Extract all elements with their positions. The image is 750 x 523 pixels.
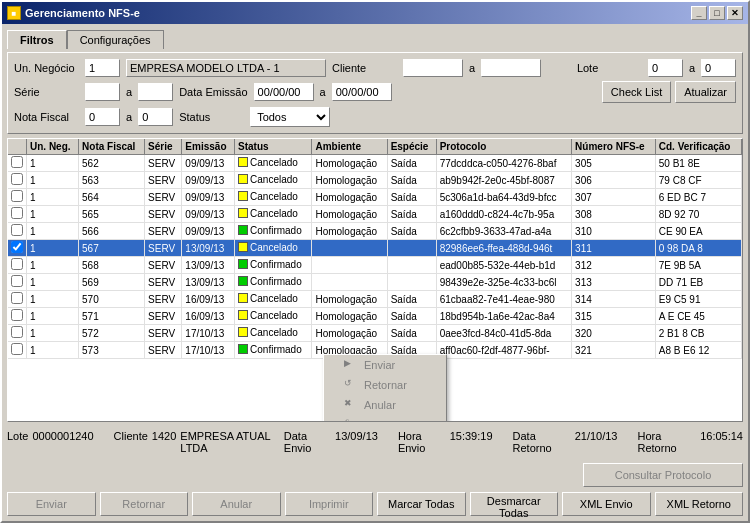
- close-button[interactable]: ✕: [727, 6, 743, 20]
- data-emissao-label: Data Emissão: [179, 86, 247, 98]
- row-checkbox-cell[interactable]: [8, 342, 27, 359]
- row-checkbox-cell[interactable]: [8, 240, 27, 257]
- table-row[interactable]: 1563SERV09/09/13CanceladoHomologaçãoSaíd…: [8, 172, 742, 189]
- row-cd_verificacao: 0 98 DA 8: [655, 240, 741, 257]
- empresa-input[interactable]: [126, 59, 326, 77]
- minimize-button[interactable]: _: [691, 6, 707, 20]
- row-status: Cancelado: [235, 308, 312, 325]
- row-cd_verificacao: A E CE 45: [655, 308, 741, 325]
- info-data-envio: Data Envio 13/09/13: [284, 430, 378, 454]
- row-protocolo: 18bd954b-1a6e-42ac-8a4: [436, 308, 571, 325]
- row-checkbox-cell[interactable]: [8, 291, 27, 308]
- row-un_neg: 1: [27, 172, 79, 189]
- lote-to-input[interactable]: [701, 59, 736, 77]
- table-row[interactable]: 1570SERV16/09/13CanceladoHomologaçãoSaíd…: [8, 291, 742, 308]
- checklist-button[interactable]: Check List: [602, 81, 671, 103]
- table-row[interactable]: 1565SERV09/09/13CanceladoHomologaçãoSaíd…: [8, 206, 742, 223]
- maximize-button[interactable]: □: [709, 6, 725, 20]
- info-hora-retorno-value: 16:05:14: [700, 430, 743, 454]
- row-emissao: 17/10/13: [182, 342, 235, 359]
- nota-fiscal-from-input[interactable]: [85, 108, 120, 126]
- row-checkbox[interactable]: [11, 343, 23, 355]
- tab-filtros[interactable]: Filtros: [7, 30, 67, 49]
- status-icon: [238, 276, 248, 286]
- row-checkbox[interactable]: [11, 292, 23, 304]
- anular-button[interactable]: Anular: [192, 492, 281, 516]
- row-checkbox[interactable]: [11, 173, 23, 185]
- serie-to-input[interactable]: [138, 83, 173, 101]
- table-row[interactable]: 1567SERV13/09/13Cancelado82986ee6-ffea-4…: [8, 240, 742, 257]
- row-especie: Saída: [387, 308, 436, 325]
- col-cd-verificacao: Cd. Verificação: [655, 139, 741, 155]
- context-anular[interactable]: ✖ Anular: [324, 395, 446, 415]
- row-checkbox-cell[interactable]: [8, 257, 27, 274]
- row-checkbox-cell[interactable]: [8, 223, 27, 240]
- info-bar-right: Data Envio 13/09/13 Hora Envio 15:39:19 …: [284, 428, 743, 456]
- row-checkbox[interactable]: [11, 326, 23, 338]
- tab-configuracoes[interactable]: Configurações: [67, 30, 164, 49]
- serie-from-input[interactable]: [85, 83, 120, 101]
- row-checkbox[interactable]: [11, 156, 23, 168]
- status-text: Confirmado: [250, 259, 302, 270]
- row-checkbox[interactable]: [11, 224, 23, 236]
- row-checkbox-cell[interactable]: [8, 155, 27, 172]
- row-checkbox-cell[interactable]: [8, 172, 27, 189]
- retornar-button[interactable]: Retornar: [100, 492, 189, 516]
- marcar-todas-button[interactable]: Marcar Todas: [377, 492, 466, 516]
- row-checkbox[interactable]: [11, 275, 23, 287]
- row-un_neg: 1: [27, 291, 79, 308]
- table-row[interactable]: 1569SERV13/09/13Confirmado98439e2e-325e-…: [8, 274, 742, 291]
- cliente-label: Cliente: [332, 62, 397, 74]
- row-numero_nfse: 321: [572, 342, 656, 359]
- table-row[interactable]: 1564SERV09/09/13CanceladoHomologaçãoSaíd…: [8, 189, 742, 206]
- row-checkbox-cell[interactable]: [8, 325, 27, 342]
- row-status: Cancelado: [235, 189, 312, 206]
- row-checkbox[interactable]: [11, 309, 23, 321]
- imprimir-button[interactable]: Imprimir: [285, 492, 374, 516]
- desmarcar-todas-button[interactable]: Desmarcar Todas: [470, 492, 559, 516]
- nota-fiscal-to-input[interactable]: [138, 108, 173, 126]
- data-emissao-to-input[interactable]: [332, 83, 392, 101]
- lote-from-input[interactable]: [648, 59, 683, 77]
- row-especie: [387, 240, 436, 257]
- row-protocolo: 5c306a1d-ba64-43d9-bfcc: [436, 189, 571, 206]
- status-select[interactable]: Todos Confirmado Cancelado: [250, 107, 330, 127]
- nota-fiscal-label: Nota Fiscal: [14, 111, 79, 123]
- table-row[interactable]: 1566SERV09/09/13ConfirmadoHomologaçãoSaí…: [8, 223, 742, 240]
- row-checkbox-cell[interactable]: [8, 189, 27, 206]
- row-checkbox-cell[interactable]: [8, 274, 27, 291]
- row-protocolo: 6c2cfbb9-3633-47ad-a4a: [436, 223, 571, 240]
- row-checkbox[interactable]: [11, 190, 23, 202]
- xml-envio-button[interactable]: XML Envio: [562, 492, 651, 516]
- table-row[interactable]: 1568SERV13/09/13Confirmadoead00b85-532e-…: [8, 257, 742, 274]
- row-protocolo: 0aee3fcd-84c0-41d5-8da: [436, 325, 571, 342]
- row-protocolo: ab9b942f-2e0c-45bf-8087: [436, 172, 571, 189]
- row-checkbox[interactable]: [11, 241, 23, 253]
- row-checkbox[interactable]: [11, 207, 23, 219]
- row-emissao: 09/09/13: [182, 172, 235, 189]
- table-row[interactable]: 1562SERV09/09/13CanceladoHomologaçãoSaíd…: [8, 155, 742, 172]
- table-row[interactable]: 1572SERV17/10/13CanceladoHomologaçãoSaíd…: [8, 325, 742, 342]
- status-text: Confirmado: [250, 225, 302, 236]
- status-text: Cancelado: [250, 157, 298, 168]
- cliente-from-input[interactable]: [403, 59, 463, 77]
- col-emissao: Emissão: [182, 139, 235, 155]
- context-imprimir-label: Imprimir: [364, 419, 404, 422]
- cliente-to-input[interactable]: [481, 59, 541, 77]
- context-menu: ▶ Enviar ↺ Retornar ✖ Anular ⎙ Imprimir …: [323, 354, 447, 422]
- atualizar-button[interactable]: Atualizar: [675, 81, 736, 103]
- xml-retorno-button[interactable]: XML Retorno: [655, 492, 744, 516]
- row-checkbox[interactable]: [11, 258, 23, 270]
- row-checkbox-cell[interactable]: [8, 308, 27, 325]
- row-cd_verificacao: E9 C5 91: [655, 291, 741, 308]
- context-retornar[interactable]: ↺ Retornar: [324, 375, 446, 395]
- info-hora-envio-label: Hora Envio: [398, 430, 446, 454]
- table-row[interactable]: 1571SERV16/09/13CanceladoHomologaçãoSaíd…: [8, 308, 742, 325]
- un-neg-input[interactable]: [85, 59, 120, 77]
- col-protocolo: Protocolo: [436, 139, 571, 155]
- context-imprimir[interactable]: ⎙ Imprimir: [324, 415, 446, 422]
- context-enviar[interactable]: ▶ Enviar: [324, 355, 446, 375]
- row-checkbox-cell[interactable]: [8, 206, 27, 223]
- data-emissao-from-input[interactable]: [254, 83, 314, 101]
- enviar-button[interactable]: Enviar: [7, 492, 96, 516]
